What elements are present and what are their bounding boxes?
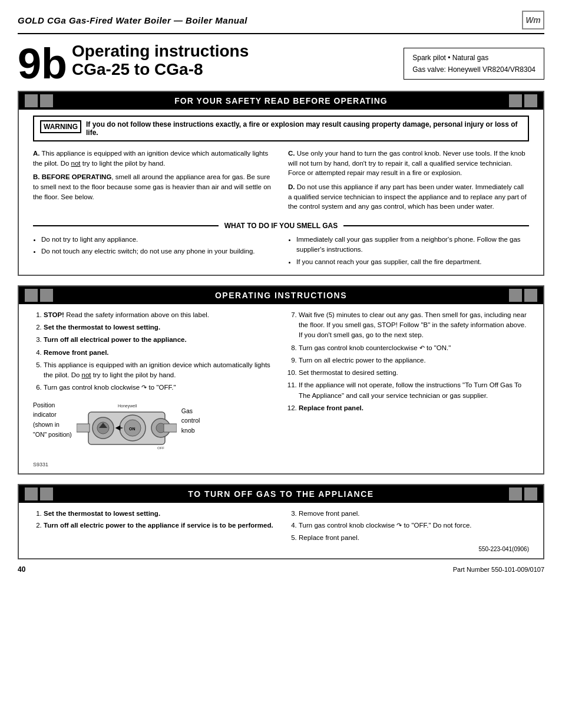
bullet-line-1: Spark pilot • Natural gas bbox=[412, 52, 535, 64]
turnoff-cols: Set the thermostat to lowest setting. Tu… bbox=[19, 509, 543, 552]
bullet-box: Spark pilot • Natural gas Gas valve: Hon… bbox=[404, 48, 544, 80]
doc-number: 550-223-041(0906) bbox=[288, 546, 529, 552]
turnoff-step-1: Set the thermostat to lowest setting. bbox=[44, 509, 274, 519]
smell-gas-cols: Do not try to light any appliance. Do no… bbox=[19, 235, 543, 269]
bullet-line-2: Gas valve: Honeywell VR8204/VR8304 bbox=[412, 64, 535, 75]
operating-col-right: Wait five (5) minutes to clear out any g… bbox=[288, 310, 529, 467]
oper-step-9: Turn on all electric power to the applia… bbox=[299, 355, 529, 365]
diagram-label-on-pos: "ON" position) bbox=[33, 431, 72, 438]
smell-gas-col-left: Do not try to light any appliance. Do no… bbox=[33, 235, 274, 269]
smell-gas-title: WHAT TO DO IF YOU SMELL GAS bbox=[224, 222, 338, 230]
warning-text: If you do not follow these instructions … bbox=[86, 120, 522, 137]
section-title: Operating instructions bbox=[72, 42, 392, 61]
diagram-label-gas: Gas bbox=[181, 407, 193, 414]
oper-step-1: STOP! Read the safety information above … bbox=[44, 310, 274, 320]
safety-squares-left bbox=[25, 94, 53, 107]
footer: 40 Part Number 550-101-009/0107 bbox=[18, 565, 544, 574]
smell-gas-right-1: Immediately call your gas supplier from … bbox=[296, 235, 529, 255]
section-subtitle: CGa-25 to CGa-8 bbox=[72, 61, 392, 79]
gas-valve-diagram: Honeywell ON bbox=[77, 400, 177, 459]
smell-gas-line-left bbox=[33, 225, 219, 226]
page: GOLD CGa Gas-Fired Water Boiler — Boiler… bbox=[0, 0, 562, 728]
oper-step-10: Set thermostat to desired setting. bbox=[299, 368, 529, 378]
safety-item-c: C. Use only your hand to turn the gas co… bbox=[288, 149, 529, 178]
safety-squares-right bbox=[509, 94, 537, 107]
oper-step-12: Replace front panel. bbox=[299, 403, 529, 413]
turnoff-step-2: Turn off all electric power to the appli… bbox=[44, 521, 274, 531]
diagram-label-shown: (shown in bbox=[33, 421, 59, 428]
operating-col-left: STOP! Read the safety information above … bbox=[33, 310, 274, 467]
section-header: 9b Operating instructions CGa-25 to CGa-… bbox=[18, 42, 544, 85]
turnoff-header-bar: TO TURN OFF GAS TO THE APPLIANCE bbox=[19, 485, 543, 503]
oper-step-4: Remove front panel. bbox=[44, 348, 274, 358]
turnoff-col-left: Set the thermostat to lowest setting. Tu… bbox=[33, 509, 274, 552]
safety-col-left: A. This appliance is equipped with an ig… bbox=[33, 149, 274, 216]
wm-logo: Wm bbox=[522, 11, 544, 29]
header: GOLD CGa Gas-Fired Water Boiler — Boiler… bbox=[18, 11, 544, 34]
operating-section: OPERATING INSTRUCTIONS STOP! Read the sa… bbox=[18, 285, 544, 475]
oper-step-8: Turn gas control knob counterclockwise ↶… bbox=[299, 343, 529, 353]
oper-squares-left bbox=[25, 289, 53, 302]
turnoff-header-text: TO TURN OFF GAS TO THE APPLIANCE bbox=[188, 489, 373, 499]
smell-gas-left-1: Do not try to light any appliance. bbox=[41, 235, 274, 245]
oper-step-3: Turn off all electrical power to the app… bbox=[44, 335, 274, 345]
diagram-labels-right: Gas control knob bbox=[181, 400, 200, 436]
safety-section: FOR YOUR SAFETY READ BEFORE OPERATING WA… bbox=[18, 91, 544, 276]
operating-cols: STOP! Read the safety information above … bbox=[19, 310, 543, 467]
diagram-label-control: control bbox=[181, 417, 200, 424]
section-title-block: Operating instructions CGa-25 to CGa-8 bbox=[72, 42, 392, 79]
turnoff-section: TO TURN OFF GAS TO THE APPLIANCE Set the… bbox=[18, 484, 544, 559]
header-title: GOLD CGa Gas-Fired Water Boiler — Boiler… bbox=[18, 15, 247, 25]
svg-text:Honeywell: Honeywell bbox=[118, 404, 137, 409]
svg-text:OFF: OFF bbox=[157, 446, 164, 450]
oper-step-6: Turn gas control knob clockwise ↷ to "OF… bbox=[44, 383, 274, 393]
safety-header-text: FOR YOUR SAFETY READ BEFORE OPERATING bbox=[174, 96, 387, 106]
warning-label: WARNING bbox=[40, 120, 81, 133]
operating-header-bar: OPERATING INSTRUCTIONS bbox=[19, 286, 543, 304]
turnoff-step-4: Turn gas control knob clockwise ↷ to "OF… bbox=[299, 521, 529, 531]
oper-squares-right bbox=[509, 289, 537, 302]
safety-item-b: B. BEFORE OPERATING, smell all around th… bbox=[33, 172, 274, 202]
svg-rect-11 bbox=[77, 424, 90, 432]
warning-box: WARNING If you do not follow these instr… bbox=[33, 116, 529, 141]
page-number: 40 bbox=[18, 565, 25, 574]
svg-rect-12 bbox=[164, 424, 177, 432]
diagram-part-number: S9331 bbox=[33, 462, 274, 467]
turnoff-step-3: Remove front panel. bbox=[299, 509, 529, 519]
svg-text:ON: ON bbox=[129, 427, 135, 431]
turnoff-squares-left bbox=[25, 487, 53, 500]
operating-header-text: OPERATING INSTRUCTIONS bbox=[215, 291, 347, 300]
safety-col-right: C. Use only your hand to turn the gas co… bbox=[288, 149, 529, 216]
safety-header-bar: FOR YOUR SAFETY READ BEFORE OPERATING bbox=[19, 92, 543, 110]
smell-gas-header: WHAT TO DO IF YOU SMELL GAS bbox=[33, 222, 529, 230]
turnoff-squares-right bbox=[509, 487, 537, 500]
smell-gas-left-2: Do not touch any electric switch; do not… bbox=[41, 246, 274, 256]
turnoff-col-right: Remove front panel. Turn gas control kno… bbox=[288, 509, 529, 552]
safety-items: A. This appliance is equipped with an ig… bbox=[19, 149, 543, 216]
section-number: 9b bbox=[18, 42, 67, 85]
smell-gas-line-right bbox=[343, 225, 529, 226]
turnoff-step-5: Replace front panel. bbox=[299, 533, 529, 543]
oper-step-5: This appliance is equipped with an ignit… bbox=[44, 360, 274, 381]
diagram-label-position: Position bbox=[33, 401, 55, 409]
diagram-label-indicator: indicator bbox=[33, 411, 57, 418]
safety-item-a: A. This appliance is equipped with an ig… bbox=[33, 149, 274, 168]
smell-gas-col-right: Immediately call your gas supplier from … bbox=[288, 235, 529, 269]
smell-gas-right-2: If you cannot reach your gas supplier, c… bbox=[296, 257, 529, 267]
part-number: Part Number 550-101-009/0107 bbox=[453, 566, 544, 573]
oper-step-2: Set the thermostat to lowest setting. bbox=[44, 322, 274, 332]
oper-step-11: If the appliance will not operate, follo… bbox=[299, 380, 529, 401]
safety-item-d: D. Do not use this appliance if any part… bbox=[288, 182, 529, 212]
diagram-label-knob: knob bbox=[181, 427, 195, 434]
diagram-labels-left: Position indicator (shown in "ON" positi… bbox=[33, 400, 72, 440]
oper-step-7: Wait five (5) minutes to clear out any g… bbox=[299, 310, 529, 341]
diagram-area: Position indicator (shown in "ON" positi… bbox=[33, 400, 274, 459]
